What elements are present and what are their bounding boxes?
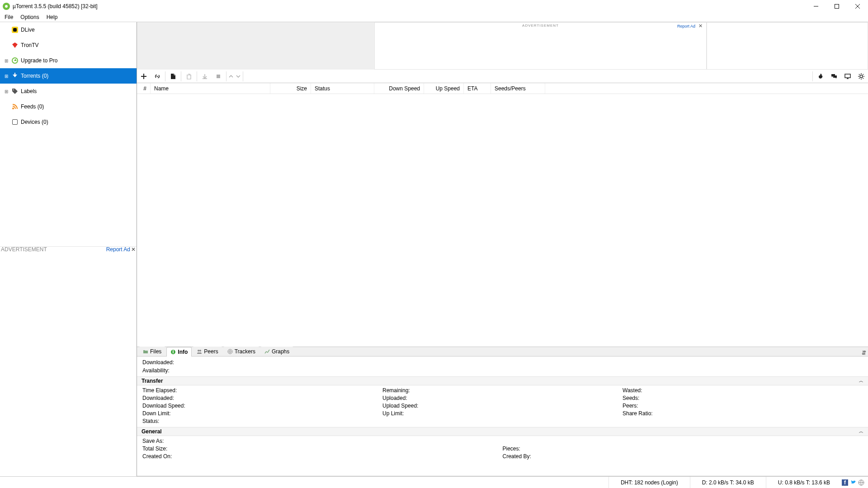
web-icon[interactable] <box>858 479 864 486</box>
menu-options[interactable]: Options <box>17 13 42 21</box>
menu-help[interactable]: Help <box>43 13 61 21</box>
sidebar-item-dlive[interactable]: DLive <box>0 22 137 38</box>
col-name[interactable]: Name <box>151 83 270 94</box>
top-ad: ADVERTISEMENT Report Ad ✕ <box>137 22 868 70</box>
tab-peers[interactable]: Peers <box>193 347 222 356</box>
graphs-icon <box>264 349 270 354</box>
status-down[interactable]: D: 2.0 kB/s T: 34.0 kB <box>690 477 766 488</box>
sidebar-ad-header: ADVERTISEMENT Report Ad ✕ <box>0 246 137 252</box>
detail-tabs: Files i Info Peers Trackers Graphs ⇵ <box>137 347 868 357</box>
kv-time-elapsed: Time Elapsed: <box>142 387 382 394</box>
kv-peers: Peers: <box>623 403 863 409</box>
column-headers: # Name Size Status Down Speed Up Speed E… <box>137 83 868 94</box>
svg-point-2 <box>12 108 14 109</box>
col-size[interactable]: Size <box>270 83 311 94</box>
svg-point-9 <box>199 350 201 352</box>
statusbar: DHT: 182 nodes (Login) D: 2.0 kB/s T: 34… <box>0 476 868 488</box>
kv-share-ratio: Share Ratio: <box>623 410 863 417</box>
info-icon: i <box>170 349 176 355</box>
sidebar-item-torrents[interactable]: ⊞ Torrents (0) <box>0 68 137 84</box>
files-icon <box>143 349 148 354</box>
app-logo-icon <box>3 3 10 10</box>
kv-save-as: Save As: <box>142 438 863 444</box>
start-button[interactable] <box>198 70 212 83</box>
detail-availability: Availability: <box>142 367 863 374</box>
kv-up-limit: Up Limit: <box>382 410 623 417</box>
expand-icon[interactable]: ⊞ <box>4 74 9 79</box>
sidebar-ad-report[interactable]: Report Ad <box>106 246 130 253</box>
remote-button[interactable] <box>841 70 854 83</box>
col-status[interactable]: Status <box>311 83 374 94</box>
kv-pieces: Pieces: <box>503 446 863 452</box>
expand-icon[interactable]: ⊞ <box>4 58 9 63</box>
preferences-button[interactable] <box>854 70 868 83</box>
kv-created-by: Created By: <box>503 453 863 460</box>
svg-point-1 <box>13 89 14 90</box>
col-number[interactable]: # <box>137 83 151 94</box>
col-up-speed[interactable]: Up Speed <box>424 83 464 94</box>
kv-download-speed: Download Speed: <box>142 403 382 409</box>
create-torrent-button[interactable] <box>166 70 180 83</box>
maximize-button[interactable] <box>826 0 847 13</box>
kv-downloaded: Downloaded: <box>142 395 382 401</box>
devices-icon <box>11 118 19 126</box>
kv-uploaded: Uploaded: <box>382 395 623 401</box>
unlock-bundle-button[interactable] <box>814 70 827 83</box>
kv-remaining: Remaining: <box>382 387 623 394</box>
svg-rect-3 <box>217 75 220 78</box>
upgrade-icon <box>11 56 19 65</box>
detail-downloaded: Downloaded: <box>142 359 863 366</box>
add-url-button[interactable] <box>151 70 164 83</box>
sidebar-item-label: Torrents (0) <box>21 73 48 79</box>
facebook-icon[interactable]: f <box>842 479 848 486</box>
remove-button[interactable] <box>182 70 196 83</box>
chat-button[interactable] <box>827 70 841 83</box>
twitter-icon[interactable] <box>850 479 856 486</box>
ad-label: ADVERTISEMENT <box>1 246 47 253</box>
tab-graphs[interactable]: Graphs <box>260 347 293 356</box>
kv-status: Status: <box>142 418 382 424</box>
torrents-icon <box>11 72 19 80</box>
top-ad-left: ADVERTISEMENT Report Ad ✕ <box>374 22 707 70</box>
move-down-button[interactable] <box>235 71 242 82</box>
menu-file[interactable]: File <box>1 13 17 21</box>
sidebar-item-trontv[interactable]: TronTV <box>0 38 137 53</box>
status-up[interactable]: U: 0.8 kB/s T: 13.6 kB <box>766 477 842 488</box>
add-torrent-button[interactable] <box>137 70 151 83</box>
tab-files[interactable]: Files <box>139 347 165 356</box>
svg-point-12 <box>230 351 231 352</box>
close-button[interactable] <box>847 0 868 13</box>
svg-point-5 <box>860 75 863 78</box>
move-up-button[interactable] <box>227 71 235 82</box>
sidebar-item-labels[interactable]: ⊞ Labels <box>0 84 137 99</box>
col-seeds-peers[interactable]: Seeds/Peers <box>491 83 545 94</box>
sidebar-item-devices[interactable]: Devices (0) <box>0 114 137 130</box>
trontv-icon <box>11 41 19 49</box>
sidebar-item-label: Upgrade to Pro <box>21 57 57 64</box>
col-eta[interactable]: ETA <box>464 83 491 94</box>
general-section-header[interactable]: General ︿ <box>137 427 868 436</box>
col-down-speed[interactable]: Down Speed <box>374 83 424 94</box>
stop-button[interactable] <box>212 70 225 83</box>
detail-expand-button[interactable]: ⇵ <box>860 350 868 356</box>
kv-created-on: Created On: <box>142 453 503 460</box>
transfer-section-header[interactable]: Transfer ︿ <box>137 376 868 385</box>
tab-trackers[interactable]: Trackers <box>223 347 259 356</box>
top-ad-close[interactable]: ✕ <box>698 23 703 29</box>
torrent-list[interactable] <box>137 94 868 347</box>
svg-rect-0 <box>835 5 839 9</box>
sidebar-item-feeds[interactable]: Feeds (0) <box>0 99 137 114</box>
sidebar-item-label: Devices (0) <box>21 119 48 125</box>
sidebar-item-upgrade[interactable]: ⊞ Upgrade to Pro <box>0 53 137 68</box>
top-ad-report[interactable]: Report Ad <box>677 24 695 28</box>
svg-rect-4 <box>845 74 850 78</box>
expand-icon[interactable]: ⊞ <box>4 89 9 94</box>
sidebar-ad-close[interactable]: ✕ <box>131 246 136 253</box>
sidebar-item-label: Labels <box>21 88 37 94</box>
svg-text:i: i <box>173 349 174 355</box>
kv-wasted: Wasted: <box>623 387 863 394</box>
status-dht[interactable]: DHT: 182 nodes (Login) <box>609 477 690 488</box>
tab-info[interactable]: i Info <box>166 347 192 357</box>
toolbar <box>137 70 868 83</box>
minimize-button[interactable] <box>806 0 826 13</box>
